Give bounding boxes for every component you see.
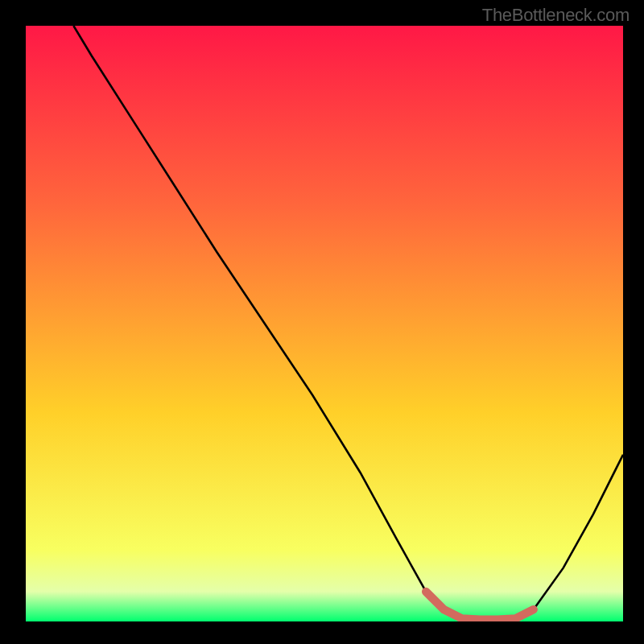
attribution-text: TheBottleneck.com [482, 5, 630, 26]
gradient-background [26, 26, 623, 621]
chart-svg [26, 26, 623, 621]
bottleneck-chart [26, 26, 623, 621]
